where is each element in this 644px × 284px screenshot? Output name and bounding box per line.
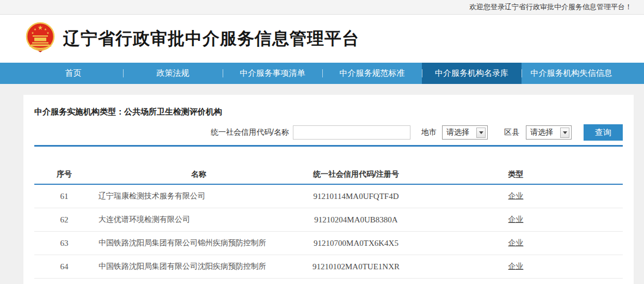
- site-title: 辽宁省行政审批中介服务信息管理平台: [63, 27, 359, 50]
- agency-type-link[interactable]: 企业: [508, 238, 524, 247]
- nav-item-label: 中介服务规范标准: [340, 68, 405, 78]
- city-select[interactable]: 请选择: [442, 125, 488, 140]
- welcome-text: 欢迎您登录辽宁省行政审批中介服务信息管理平台！: [469, 2, 632, 12]
- row-number: 62: [34, 215, 94, 225]
- topbar: 欢迎您登录辽宁省行政审批中介服务信息管理平台！: [0, 0, 644, 15]
- city-select-value: 请选择: [446, 128, 469, 137]
- credit-code: 91210114MA0UFQTF4D: [303, 192, 409, 201]
- nav-item[interactable]: 中介服务机构失信信息: [522, 63, 621, 84]
- nav-item-label: 中介服务机构名录库: [435, 68, 508, 78]
- code-search-input[interactable]: [293, 125, 410, 140]
- agency-name: 大连优谱环境检测有限公司: [94, 215, 303, 225]
- nav-item-label: 中介服务机构失信信息: [531, 68, 612, 78]
- col-header-code: 统一社会信用代码/注册号: [303, 170, 409, 179]
- col-header-type: 类型: [409, 170, 623, 179]
- search-bar: 统一社会信用代码/名称 地市 请选择 区县 请选择 查询: [34, 124, 623, 141]
- search-button[interactable]: 查询: [584, 124, 623, 141]
- table-row: 63 中国铁路沈阳局集团有限公司锦州疾病预防控制所 91210700MA0TX6…: [34, 232, 623, 255]
- chevron-down-icon[interactable]: [476, 128, 486, 138]
- nav-item[interactable]: 中介服务机构名录库: [422, 63, 522, 84]
- chevron-down-icon[interactable]: [560, 128, 569, 138]
- agency-name: 中国铁路沈阳局集团有限公司锦州疾病预防控制所: [94, 238, 303, 248]
- content-panel: 中介服务实施机构类型：公共场所卫生检测评价机构 统一社会信用代码/名称 地市 请…: [23, 95, 634, 284]
- code-search-label: 统一社会信用代码/名称: [211, 128, 289, 137]
- nav-item-label: 首页: [65, 68, 82, 78]
- nav-item[interactable]: 首页: [23, 63, 123, 84]
- agency-name: 辽宁瑞康检测技术服务有限公司: [94, 191, 303, 201]
- nav-item[interactable]: 中介服务规范标准: [322, 63, 422, 84]
- divider: [34, 145, 623, 147]
- credit-code: 91210102MA0TUE1NXR: [303, 262, 409, 271]
- table-header-row: 序号 名称 统一社会信用代码/注册号 类型: [34, 165, 623, 185]
- credit-code: 91210700MA0TX6K4X5: [303, 239, 409, 248]
- nav-item-label: 政策法规: [157, 68, 189, 78]
- district-label: 区县: [504, 128, 519, 137]
- table-row: 62 大连优谱环境检测有限公司 91210204MA0UB8380A 企业: [34, 208, 623, 232]
- agency-type: 企业: [409, 262, 623, 271]
- agency-type: 企业: [409, 238, 623, 248]
- row-number: 63: [34, 239, 94, 248]
- district-select-value: 请选择: [530, 128, 553, 137]
- nav-item-label: 中介服务事项清单: [240, 68, 305, 78]
- site-header: 辽宁省行政审批中介服务信息管理平台: [0, 15, 644, 63]
- nav-item[interactable]: 中介服务事项清单: [223, 63, 322, 84]
- agency-type-link[interactable]: 企业: [508, 215, 524, 223]
- row-number: 61: [34, 192, 94, 201]
- main-nav: 首页 政策法规 中介服务事项清单 中介服务规范标准 中介服务机构名录库 中介服务…: [0, 63, 644, 84]
- col-header-name: 名称: [94, 170, 303, 179]
- agency-type: 企业: [409, 191, 623, 201]
- table-row: 65 丹东大苹环境检测有限公司 91210603MA0TU9KY9D 企业: [34, 279, 623, 284]
- nav-item[interactable]: 政策法规: [123, 63, 223, 84]
- agency-table: 序号 名称 统一社会信用代码/注册号 类型 61 辽宁瑞康检测技术服务有限公司 …: [34, 165, 623, 284]
- section-title: 中介服务实施机构类型：公共场所卫生检测评价机构: [34, 107, 623, 117]
- agency-type: 企业: [409, 215, 623, 225]
- agency-type-link[interactable]: 企业: [508, 262, 524, 270]
- table-body: 61 辽宁瑞康检测技术服务有限公司 91210114MA0UFQTF4D 企业 …: [34, 185, 623, 284]
- col-header-no: 序号: [34, 170, 94, 179]
- agency-type-link[interactable]: 企业: [508, 191, 524, 200]
- credit-code: 91210204MA0UB8380A: [303, 215, 409, 225]
- district-select[interactable]: 请选择: [526, 125, 572, 140]
- agency-name: 中国铁路沈阳局集团有限公司沈阳疾病预防控制所: [94, 262, 303, 271]
- table-row: 61 辽宁瑞康检测技术服务有限公司 91210114MA0UFQTF4D 企业: [34, 185, 623, 208]
- city-label: 地市: [421, 128, 437, 137]
- main-area: 中介服务实施机构类型：公共场所卫生检测评价机构 统一社会信用代码/名称 地市 请…: [0, 95, 644, 284]
- table-row: 64 中国铁路沈阳局集团有限公司沈阳疾病预防控制所 91210102MA0TUE…: [34, 255, 623, 279]
- row-number: 64: [34, 262, 94, 271]
- national-emblem-icon: [25, 22, 56, 56]
